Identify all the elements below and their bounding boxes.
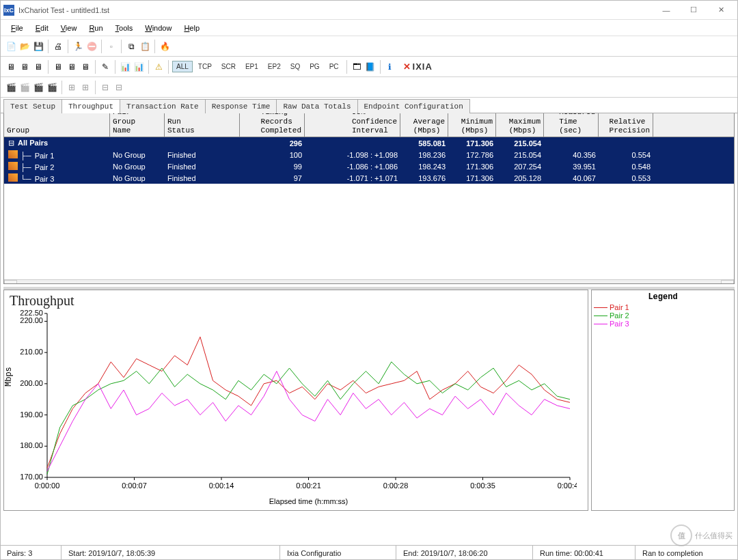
copy-icon[interactable]: 📋 — [139, 40, 151, 53]
tb3-icon-5[interactable]: ⊞ — [66, 81, 78, 94]
svg-text:190.00: 190.00 — [20, 410, 43, 419]
tb2-icon-6[interactable]: 🖥 — [79, 61, 92, 73]
legend-item[interactable]: Pair 1 — [594, 303, 732, 311]
title-bar: IxC IxChariot Test - untitled1.tst — ☐ ✕ — [1, 1, 737, 20]
col-header[interactable]: RunStatus — [165, 113, 240, 137]
pair-row[interactable]: ├─ Pair 2 No Group Finished 99 -1.086 : … — [4, 160, 734, 172]
tb2-icon-9[interactable]: 📊 — [133, 61, 145, 73]
window-title: IxChariot Test - untitled1.tst — [18, 6, 109, 14]
svg-text:200.00: 200.00 — [20, 379, 43, 387]
tb3-icon-1[interactable]: 🎬 — [5, 81, 17, 94]
tool-icon-1[interactable]: ▫ — [105, 40, 118, 53]
tb3-icon-4[interactable]: 🎬 — [46, 81, 58, 94]
svg-text:220.00: 220.00 — [20, 316, 43, 324]
tab-endpoint-config[interactable]: Endpoint Configuration — [357, 99, 470, 113]
filter-pg[interactable]: PG — [305, 61, 323, 72]
grid-header: GroupPairGroupNameRunStatusTimingRecords… — [4, 113, 734, 137]
tab-response-time[interactable]: Response Time — [205, 99, 277, 113]
col-header[interactable]: Minimum(Mbps) — [448, 113, 496, 137]
col-header[interactable]: 95%ConfidenceInterval — [305, 113, 400, 137]
col-header[interactable]: Average(Mbps) — [400, 113, 448, 137]
legend-item[interactable]: Pair 3 — [594, 320, 732, 328]
pair-icon — [8, 162, 18, 170]
maximize-button[interactable]: ☐ — [680, 1, 707, 19]
summary-row[interactable]: ⊟ All Pairs 296 585.081 171.306 215.054 — [4, 137, 734, 149]
svg-text:0:00:35: 0:00:35 — [470, 481, 495, 490]
new-icon[interactable]: 📄 — [5, 40, 17, 53]
menu-edit[interactable]: Edit — [29, 22, 55, 34]
tb3-icon-3[interactable]: 🎬 — [32, 81, 44, 94]
filter-ep1[interactable]: EP1 — [241, 61, 262, 72]
tab-throughput[interactable]: Throughput — [62, 99, 120, 113]
col-header[interactable]: MeasuredTime(sec) — [544, 113, 599, 137]
filter-ep2[interactable]: EP2 — [264, 61, 285, 72]
close-button[interactable]: ✕ — [707, 1, 735, 19]
filter-tcp[interactable]: TCP — [194, 61, 216, 72]
tool-icon-2[interactable]: ⧉ — [125, 40, 137, 53]
svg-text:170.00: 170.00 — [20, 473, 43, 481]
legend-item[interactable]: Pair 2 — [594, 311, 732, 320]
minimize-button[interactable]: — — [653, 1, 680, 19]
menu-tools[interactable]: Tools — [109, 22, 139, 34]
filter-scr[interactable]: SCR — [217, 61, 240, 72]
status-config: Ixia Configuratio — [280, 546, 396, 560]
app-icon: IxC — [3, 5, 14, 16]
tb2-icon-11[interactable]: 🗔 — [351, 61, 363, 73]
pair-icon — [8, 150, 18, 158]
col-header[interactable]: Maximum(Mbps) — [496, 113, 544, 137]
filter-pc[interactable]: PC — [325, 61, 343, 72]
throughput-chart[interactable]: Throughput Mbps 170.00180.00190.00200.00… — [3, 290, 588, 511]
tb3-icon-6[interactable]: ⊞ — [79, 81, 92, 94]
tb2-icon-5[interactable]: 🖥 — [66, 61, 78, 73]
brand-logo: ✕IXIA — [403, 61, 433, 72]
col-header[interactable]: TimingRecordsCompleted — [240, 113, 305, 137]
open-icon[interactable]: 📂 — [18, 40, 31, 53]
col-header[interactable]: Group — [4, 113, 110, 137]
tb3-icon-8[interactable]: ⊟ — [113, 81, 125, 94]
tb2-icon-4[interactable]: 🖥 — [52, 61, 64, 73]
tb2-icon-2[interactable]: 🖥 — [18, 61, 31, 73]
tb2-icon-7[interactable]: ✎ — [99, 61, 111, 73]
status-runtime: Run time: 00:00:41 — [533, 546, 636, 560]
menu-help[interactable]: Help — [178, 22, 206, 34]
info-icon[interactable]: ℹ — [384, 61, 396, 73]
chart-ylabel: Mbps — [4, 367, 14, 387]
stop-icon[interactable]: ⛔ — [85, 40, 98, 53]
legend-title: Legend — [594, 292, 732, 302]
tab-test-setup[interactable]: Test Setup — [3, 99, 62, 113]
chart-legend: Legend Pair 1Pair 2Pair 3 — [591, 290, 735, 511]
save-icon[interactable]: 💾 — [32, 40, 44, 53]
tb2-icon-1[interactable]: 🖥 — [5, 61, 17, 73]
status-bar: Pairs: 3 Start: 2019/10/7, 18:05:39 Ixia… — [0, 545, 738, 560]
menu-bar: File Edit View Run Tools Window Help — [1, 20, 737, 36]
filter-sq[interactable]: SQ — [286, 61, 304, 72]
chart-title: Throughput — [10, 293, 582, 309]
menu-window[interactable]: Window — [139, 22, 178, 34]
print-icon[interactable]: 🖨 — [52, 40, 64, 53]
toolbar-tertiary: 🎬 🎬 🎬 🎬 ⊞ ⊞ ⊟ ⊟ — [1, 77, 737, 98]
col-header[interactable]: RelativePrecision — [599, 113, 653, 137]
menu-run[interactable]: Run — [83, 22, 109, 34]
tb2-icon-12[interactable]: 📘 — [364, 61, 377, 73]
tb2-icon-10[interactable]: ⚠ — [152, 61, 165, 73]
horizontal-scrollbar[interactable] — [4, 279, 734, 284]
menu-view[interactable]: View — [55, 22, 83, 34]
run-icon[interactable]: 🏃 — [72, 40, 84, 53]
tb3-icon-7[interactable]: ⊟ — [99, 81, 111, 94]
col-header[interactable]: PairGroupName — [110, 113, 165, 137]
pair-row[interactable]: └─ Pair 3 No Group Finished 97 -1.071 : … — [4, 172, 734, 184]
tb2-icon-8[interactable]: 📊 — [119, 61, 131, 73]
fire-icon[interactable]: 🔥 — [159, 40, 171, 53]
tb2-icon-3[interactable]: 🖥 — [32, 61, 44, 73]
results-grid[interactable]: GroupPairGroupNameRunStatusTimingRecords… — [3, 113, 735, 284]
svg-text:0:00:28: 0:00:28 — [383, 481, 409, 490]
menu-file[interactable]: File — [5, 22, 29, 34]
tab-bar: Test Setup Throughput Transaction Rate R… — [1, 98, 737, 113]
filter-all[interactable]: ALL — [172, 61, 193, 72]
tab-raw-data[interactable]: Raw Data Totals — [276, 99, 357, 113]
tab-transaction-rate[interactable]: Transaction Rate — [120, 99, 206, 113]
svg-text:210.00: 210.00 — [20, 348, 43, 356]
tb3-icon-2[interactable]: 🎬 — [18, 81, 31, 94]
watermark: 值什么值得买 — [670, 524, 733, 546]
pair-row[interactable]: ├─ Pair 1 No Group Finished 100 -1.098 :… — [4, 149, 734, 160]
